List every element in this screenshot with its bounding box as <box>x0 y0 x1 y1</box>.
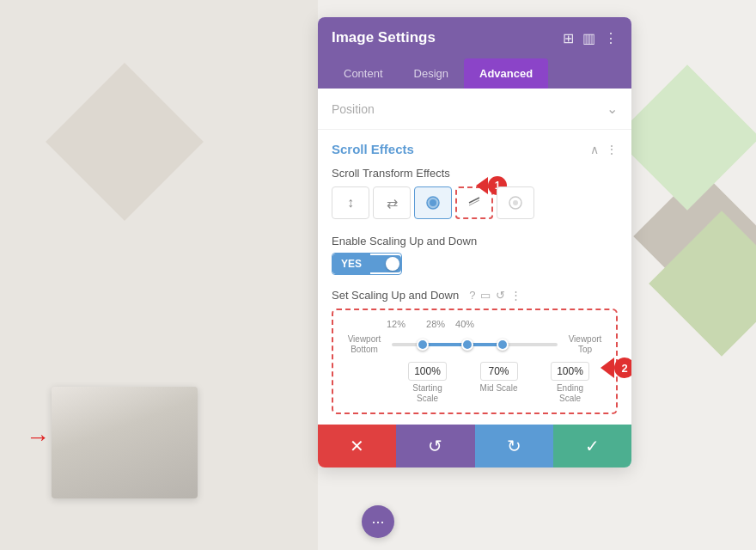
svg-line-4 <box>469 200 479 205</box>
horizontal-scroll-btn[interactable]: ⇄ <box>373 186 411 219</box>
toggle-knob <box>386 257 399 271</box>
bottom-toolbar: ✕ ↺ ↻ ✓ <box>318 425 631 468</box>
ending-scale-value[interactable]: 100% <box>551 362 589 381</box>
scaling-help-icon[interactable]: ? <box>469 289 475 302</box>
scaling-dashed-box: 12% 28% 40% ViewportBottom ViewportTop 1… <box>332 309 618 414</box>
scaling-label: Set Scaling Up and Down <box>332 289 459 302</box>
slider-thumb-1[interactable] <box>417 339 429 351</box>
enable-scaling-section: Enable Scaling Up and Down YES <box>318 229 631 284</box>
viewport-top-label: ViewportTop <box>564 334 606 355</box>
mid-scale-value[interactable]: 70% <box>480 362 518 381</box>
tab-design[interactable]: Design <box>399 58 464 89</box>
color-scroll-btn[interactable] <box>497 186 534 219</box>
position-label: Position <box>332 102 375 116</box>
percent-2: 28% <box>426 319 445 329</box>
more-icon[interactable]: ⋮ <box>604 30 618 46</box>
slider-thumb-3[interactable] <box>497 339 509 351</box>
scaling-more-icon[interactable]: ⋮ <box>510 289 521 302</box>
starting-scale-col: 100% StartingScale <box>392 362 463 404</box>
scroll-effects-header: Scroll Effects ∧ ⋮ <box>318 130 631 163</box>
redo-button[interactable]: ↻ <box>475 425 553 468</box>
cancel-button[interactable]: ✕ <box>318 425 396 468</box>
effect-buttons-row: ↕ ⇄ 1 <box>318 186 631 229</box>
tab-content[interactable]: Content <box>328 58 399 89</box>
scroll-more-icon[interactable]: ⋮ <box>606 143 618 156</box>
viewport-bottom-label: ViewportBottom <box>344 334 385 355</box>
position-section[interactable]: Position ⌄ <box>318 89 631 130</box>
floating-dots-icon: ··· <box>371 513 384 531</box>
thumbnail-content <box>52 387 198 498</box>
badge-2-arrow <box>601 358 614 378</box>
blur-scroll-btn[interactable]: 1 <box>455 186 493 219</box>
mid-scale-col: 70% Mid Scale <box>463 362 534 394</box>
badge-2-container: 2 <box>601 358 631 378</box>
enable-scaling-label: Enable Scaling Up and Down <box>332 235 618 248</box>
image-settings-panel: Image Settings ⊞ ▥ ⋮ Content Design Adva… <box>318 17 631 468</box>
starting-scale-value[interactable]: 100% <box>408 362 447 381</box>
svg-line-3 <box>469 198 479 203</box>
vertical-scroll-btn[interactable]: ↕ <box>332 186 369 219</box>
red-arrow-left: → <box>26 424 50 451</box>
blur-icon <box>466 195 482 211</box>
badge-2-circle: 2 <box>614 358 631 378</box>
scroll-collapse-icon[interactable]: ∧ <box>590 143 599 156</box>
toggle-control[interactable]: YES <box>332 253 402 275</box>
thumbnail-image <box>52 387 198 498</box>
scaling-actions: ? ▭ ↺ ⋮ <box>469 289 521 302</box>
badge-1-arrow <box>476 177 488 194</box>
panel-body: Position ⌄ Scroll Effects ∧ ⋮ Scroll Tra… <box>318 89 631 414</box>
panel-header: Image Settings ⊞ ▥ ⋮ <box>318 17 631 58</box>
opacity-icon <box>425 195 441 211</box>
toggle-switch[interactable] <box>370 255 401 272</box>
undo-button[interactable]: ↺ <box>396 425 474 468</box>
tab-advanced[interactable]: Advanced <box>464 58 548 89</box>
percent-labels: 12% 28% 40% <box>344 319 606 329</box>
opacity-scroll-btn[interactable] <box>414 186 452 219</box>
svg-point-1 <box>430 199 436 206</box>
ending-scale-col: 100% EndingScale <box>534 362 606 404</box>
columns-icon[interactable]: ▥ <box>582 30 595 46</box>
starting-scale-label: StartingScale <box>412 383 442 404</box>
slider-container: ViewportBottom ViewportTop <box>344 334 606 355</box>
scaling-device-icon[interactable]: ▭ <box>480 289 491 302</box>
toggle-yes-label: YES <box>332 254 370 274</box>
slider-track[interactable] <box>392 343 558 346</box>
diamond-decoration-3 <box>614 64 756 211</box>
color-icon <box>508 195 523 211</box>
expand-icon[interactable]: ⊞ <box>563 30 574 46</box>
scaling-header: Set Scaling Up and Down ? ▭ ↺ ⋮ <box>318 284 631 305</box>
transform-effects-label: Scroll Transform Effects <box>318 163 631 186</box>
slider-thumb-2[interactable] <box>461 339 473 351</box>
scroll-effects-actions: ∧ ⋮ <box>590 143 618 156</box>
svg-point-6 <box>513 200 518 205</box>
scaling-reset-icon[interactable]: ↺ <box>496 289 505 302</box>
percent-1: 12% <box>387 319 405 329</box>
position-chevron: ⌄ <box>607 101 618 117</box>
percent-3: 40% <box>455 319 474 329</box>
panel-title: Image Settings <box>332 29 436 46</box>
scroll-effects-title: Scroll Effects <box>332 142 414 156</box>
floating-options-button[interactable]: ··· <box>362 505 394 538</box>
toggle-row: YES <box>332 253 618 275</box>
mid-scale-label: Mid Scale <box>480 383 518 394</box>
panel-header-actions: ⊞ ▥ ⋮ <box>563 30 618 46</box>
values-row: 100% StartingScale 70% Mid Scale 100% En… <box>344 362 606 404</box>
save-button[interactable]: ✓ <box>553 425 631 468</box>
ending-scale-label: EndingScale <box>557 383 583 404</box>
tab-bar: Content Design Advanced <box>318 58 631 89</box>
